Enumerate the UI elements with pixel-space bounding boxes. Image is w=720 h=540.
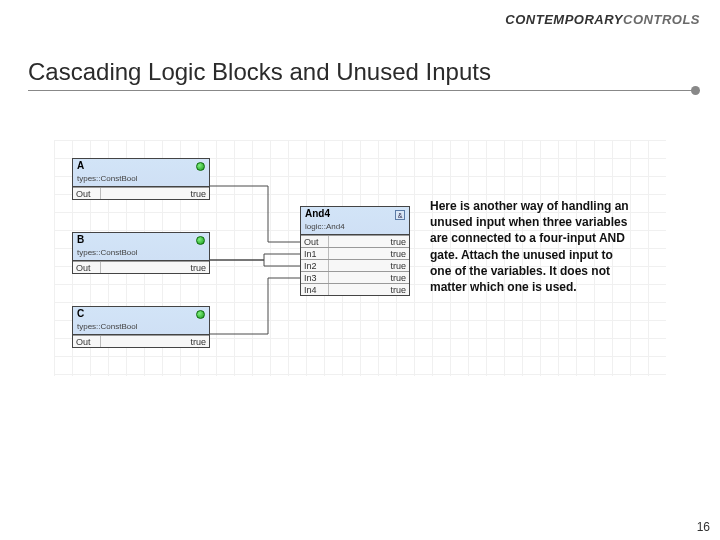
- status-dot-icon: [196, 236, 205, 245]
- block-and4-row-in3: In3true: [301, 271, 409, 283]
- and-gate-icon: &: [395, 210, 405, 220]
- block-c-name: C: [77, 308, 84, 319]
- block-and4-row-out: Outtrue: [301, 235, 409, 247]
- diagram-canvas: A types::ConstBool Out true B types::Con…: [54, 140, 666, 376]
- description-text: Here is another way of handling an unuse…: [430, 198, 630, 295]
- block-and4-row-in1: In1true: [301, 247, 409, 259]
- block-and4-type: logic::And4: [305, 222, 345, 231]
- block-and4-row-in4: In4true: [301, 283, 409, 295]
- block-b-type: types::ConstBool: [77, 248, 137, 257]
- block-a[interactable]: A types::ConstBool Out true: [72, 158, 210, 200]
- block-a-type: types::ConstBool: [77, 174, 137, 183]
- block-b[interactable]: B types::ConstBool Out true: [72, 232, 210, 274]
- block-a-name: A: [77, 160, 84, 171]
- status-dot-icon: [196, 310, 205, 319]
- block-and4-name: And4: [305, 208, 330, 219]
- block-a-row-out: Out true: [73, 187, 209, 199]
- block-b-row-out: Out true: [73, 261, 209, 273]
- status-dot-icon: [196, 162, 205, 171]
- block-and4-row-in2: In2true: [301, 259, 409, 271]
- block-and4[interactable]: And4 & logic::And4 Outtrue In1true In2tr…: [300, 206, 410, 296]
- brand-logo: CONTEMPORARYCONTROLS: [505, 12, 700, 27]
- page-number: 16: [697, 520, 710, 534]
- block-c[interactable]: C types::ConstBool Out true: [72, 306, 210, 348]
- block-c-type: types::ConstBool: [77, 322, 137, 331]
- slide-title: Cascading Logic Blocks and Unused Inputs: [28, 58, 700, 91]
- block-c-row-out: Out true: [73, 335, 209, 347]
- block-b-name: B: [77, 234, 84, 245]
